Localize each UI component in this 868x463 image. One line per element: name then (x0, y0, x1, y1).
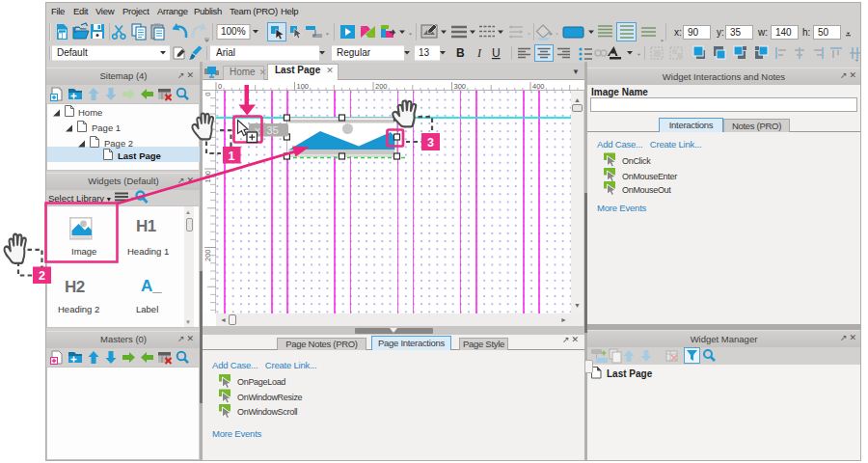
svg-text:90: 90 (688, 27, 699, 38)
svg-text:35: 35 (730, 27, 742, 38)
svg-text:x:: x: (674, 27, 682, 38)
svg-text:0: 0 (203, 93, 212, 96)
svg-text:2: 2 (39, 269, 45, 283)
svg-text:100: 100 (203, 171, 212, 183)
svg-text:Default: Default (57, 47, 88, 58)
svg-text:Arial: Arial (216, 47, 235, 58)
svg-text:I: I (476, 46, 482, 60)
svg-text:140: 140 (775, 27, 792, 38)
svg-text:Regular: Regular (337, 47, 371, 58)
svg-text:13: 13 (419, 47, 430, 58)
svg-text:50: 50 (818, 27, 829, 38)
svg-text:200: 200 (203, 250, 212, 262)
svg-text:w:: w: (757, 27, 768, 38)
svg-text:h:: h: (802, 27, 810, 38)
svg-text:y:: y: (717, 27, 724, 38)
svg-text:U: U (492, 46, 501, 60)
svg-text:0: 0 (218, 82, 222, 91)
svg-text:B: B (456, 46, 465, 60)
